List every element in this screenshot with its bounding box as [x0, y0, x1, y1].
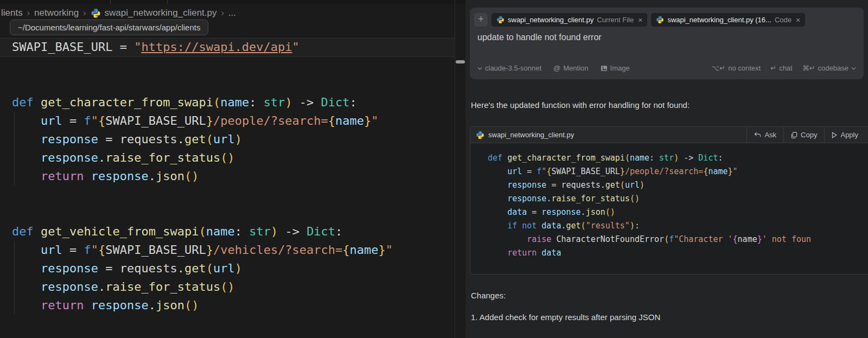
chevron-right-icon: ›	[221, 8, 224, 18]
chat-shortcut[interactable]: ↵ chat	[770, 64, 792, 72]
input-footer: claude-3.5-sonnet @ Mention Image ⌥↵ no …	[477, 64, 856, 72]
breadcrumb-item-symbol[interactable]: ...	[228, 8, 236, 18]
image-label: Image	[610, 64, 630, 72]
codebase-label: codebase	[818, 64, 848, 72]
code-line: data = response.json()	[488, 206, 868, 219]
codebase-shortcut[interactable]: ⌘↵ codebase	[802, 64, 856, 72]
context-pill-code[interactable]: swapi_networking_client.py (16... Code ×	[651, 13, 805, 27]
chevron-right-icon: ›	[83, 8, 86, 18]
breadcrumb-item-networking[interactable]: networking	[34, 8, 79, 18]
code-line: response.raise_for_status()	[488, 192, 868, 206]
python-file-icon	[91, 8, 101, 18]
tab-separator	[167, 0, 168, 4]
apply-label: Apply	[840, 131, 858, 139]
code-block-body: def get_character_from_swapi(name: str) …	[470, 143, 868, 274]
chat-input-box[interactable]: + swapi_networking_client.py Current Fil…	[470, 8, 864, 79]
at-icon: @	[553, 64, 560, 72]
code-block-actions: Ask Copy Apply	[746, 127, 865, 143]
code-line[interactable]	[0, 186, 465, 204]
return-key: ↵	[770, 64, 776, 72]
no-context-shortcut[interactable]: ⌥↵ no context	[711, 64, 761, 72]
prompt-input[interactable]: update to handle not found error	[477, 33, 602, 42]
pill-tag: Code	[775, 16, 792, 24]
chevron-right-icon: ›	[27, 8, 30, 18]
code-line: def get_character_from_swapi(name: str) …	[488, 151, 868, 165]
code-line[interactable]: response.raise_for_status()	[0, 278, 465, 296]
model-name: claude-3.5-sonnet	[485, 64, 541, 72]
image-button[interactable]: Image	[601, 64, 630, 72]
changes-list-item: 1. Added check for empty results after p…	[471, 313, 660, 322]
code-line[interactable]: return response.json()	[0, 296, 465, 315]
code-line[interactable]: response = requests.get(url)	[0, 130, 465, 149]
code-line[interactable]: SWAPI_BASE_URL = "https://swapi.dev/api"	[0, 38, 465, 56]
ask-button[interactable]: Ask	[746, 127, 783, 143]
code-line: response = requests.get(url)	[488, 178, 868, 192]
image-icon	[601, 65, 608, 72]
code-line[interactable]: def get_vehicle_from_swapi(name: str) ->…	[0, 222, 465, 241]
code-line[interactable]: response.raise_for_status()	[0, 149, 465, 167]
copy-icon	[791, 132, 797, 138]
add-context-button[interactable]: +	[474, 13, 488, 27]
chat-panel: + swapi_networking_client.py Current Fil…	[465, 0, 868, 338]
code-line[interactable]: def get_character_from_swapi(name: str) …	[0, 93, 465, 112]
code-line[interactable]: url = f"{SWAPI_BASE_URL}/people/?search=…	[0, 112, 465, 130]
code-block-header: swapi_networking_client.py Ask Copy	[470, 127, 868, 143]
chat-label: chat	[779, 64, 793, 72]
code-editor[interactable]: SWAPI_BASE_URL = "https://swapi.dev/api"…	[0, 38, 465, 315]
apply-button[interactable]: Apply	[824, 127, 865, 143]
copy-label: Copy	[801, 131, 817, 139]
code-line[interactable]	[0, 56, 465, 75]
ask-arrow-icon	[754, 132, 761, 138]
tab-bar-edge	[0, 0, 465, 4]
code-line: if not data.get("results"):	[488, 219, 868, 233]
mention-button[interactable]: @ Mention	[553, 64, 588, 72]
breadcrumb-item-clients[interactable]: lients	[1, 8, 23, 18]
editor-pane[interactable]: lients › networking › swapi_networking_c…	[0, 0, 465, 338]
code-block-filename: swapi_networking_client.py	[488, 131, 574, 139]
no-context-label: no context	[728, 64, 761, 72]
code-line: return data	[488, 246, 868, 260]
path-tooltip: ~/Documents/learning/fast-api/starwars/a…	[10, 20, 208, 35]
code-line[interactable]: return response.json()	[0, 167, 465, 186]
code-block: swapi_networking_client.py Ask Copy	[470, 126, 868, 275]
code-line[interactable]: response = requests.get(url)	[0, 259, 465, 278]
python-file-icon	[656, 16, 664, 24]
python-file-icon	[496, 16, 505, 24]
model-selector[interactable]: claude-3.5-sonnet	[477, 64, 541, 72]
ask-label: Ask	[764, 131, 776, 139]
copy-button[interactable]: Copy	[783, 127, 824, 143]
pill-filename: swapi_networking_client.py (16...	[667, 16, 771, 24]
close-icon[interactable]: ×	[796, 16, 800, 24]
pill-tag: Current File	[597, 16, 634, 24]
code-line[interactable]: url = f"{SWAPI_BASE_URL}/vehicles/?searc…	[0, 241, 465, 259]
changes-heading: Changes:	[471, 291, 506, 300]
tab-separator	[110, 0, 111, 4]
breadcrumb: lients › networking › swapi_networking_c…	[1, 5, 236, 21]
close-icon[interactable]: ×	[638, 16, 642, 24]
chevron-down-icon	[477, 67, 482, 70]
python-file-icon	[476, 131, 484, 139]
mention-label: Mention	[563, 64, 588, 72]
option-return-keys: ⌥↵	[711, 64, 725, 72]
pill-filename: swapi_networking_client.py	[508, 16, 593, 24]
breadcrumb-item-filename[interactable]: swapi_networking_client.py	[105, 8, 217, 18]
code-line[interactable]	[0, 204, 465, 222]
code-line[interactable]	[0, 75, 465, 93]
play-icon	[832, 132, 837, 138]
context-pill-current-file[interactable]: swapi_networking_client.py Current File …	[492, 13, 647, 27]
code-line: raise CharacterNotFoundError(f"Character…	[488, 233, 868, 246]
context-pills: + swapi_networking_client.py Current Fil…	[474, 13, 805, 27]
code-line: url = f"{SWAPI_BASE_URL}/people/?search=…	[488, 165, 868, 178]
command-return-keys: ⌘↵	[802, 64, 815, 72]
assistant-message: Here's the updated function with error h…	[471, 100, 690, 110]
chevron-down-icon	[851, 67, 856, 70]
